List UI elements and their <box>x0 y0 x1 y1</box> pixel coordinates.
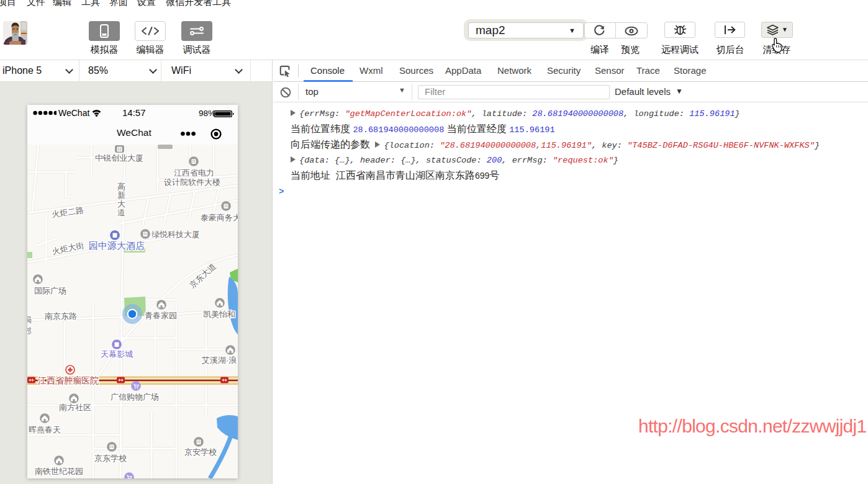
svg-text:青春家园: 青春家园 <box>145 311 177 320</box>
svg-text:凯美怡和: 凯美怡和 <box>203 310 235 319</box>
svg-text:大: 大 <box>117 199 125 208</box>
svg-text:高: 高 <box>117 182 125 191</box>
svg-text:南京东路: 南京东路 <box>45 311 77 321</box>
svg-text:南铁世纪花园: 南铁世纪花园 <box>35 467 83 476</box>
svg-text:绿悦科技大厦: 绿悦科技大厦 <box>151 230 200 239</box>
svg-text:道: 道 <box>117 208 125 217</box>
svg-text:郊: 郊 <box>27 326 32 336</box>
svg-text:晖燕春天: 晖燕春天 <box>29 425 61 434</box>
svg-text:中锐创业大厦: 中锐创业大厦 <box>95 153 143 163</box>
svg-text:南方社区: 南方社区 <box>59 403 91 412</box>
svg-text:国际广场: 国际广场 <box>34 286 66 295</box>
svg-text:设计院软件大楼: 设计院软件大楼 <box>164 177 220 187</box>
svg-text:局: 局 <box>27 315 32 325</box>
svg-text:江西省肿瘤医院: 江西省肿瘤医院 <box>38 375 99 385</box>
svg-text:泰豪商务大厦: 泰豪商务大厦 <box>201 213 238 222</box>
svg-text:京东学校: 京东学校 <box>94 454 127 463</box>
svg-text:新: 新 <box>117 190 125 200</box>
svg-text:艾溪湖·浪: 艾溪湖·浪 <box>202 356 237 365</box>
svg-text:天幕影城: 天幕影城 <box>101 349 133 359</box>
svg-text:京安学校: 京安学校 <box>184 447 217 457</box>
svg-text:园中源大酒店: 园中源大酒店 <box>89 240 145 251</box>
svg-text:广信购物广场: 广信购物广场 <box>111 392 159 401</box>
svg-text:江西省电力: 江西省电力 <box>174 168 214 177</box>
